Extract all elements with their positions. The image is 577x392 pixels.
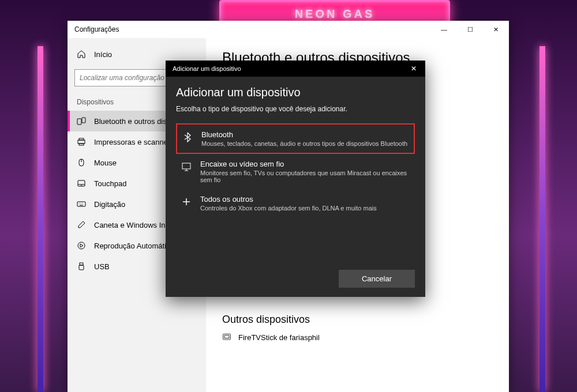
svg-rect-16 bbox=[80, 263, 83, 265]
usb-icon bbox=[77, 262, 86, 271]
dialog-subtitle: Escolha o tipo de dispositivo que você d… bbox=[176, 105, 415, 113]
sidebar-item-label: Impressoras e scanners bbox=[94, 138, 174, 146]
option-title: Encaixe ou vídeo sem fio bbox=[200, 160, 410, 168]
option-wireless-display[interactable]: Encaixe ou vídeo sem fio Monitores sem f… bbox=[176, 154, 415, 189]
monitor-icon bbox=[181, 161, 192, 172]
window-controls: — ☐ ✕ bbox=[431, 21, 509, 38]
cancel-button[interactable]: Cancelar bbox=[339, 270, 415, 288]
option-title: Todos os outros bbox=[200, 195, 410, 203]
neon-pole bbox=[38, 46, 43, 392]
svg-point-15 bbox=[78, 242, 85, 249]
option-text: Encaixe ou vídeo sem fio Monitores sem f… bbox=[200, 160, 410, 183]
svg-rect-20 bbox=[182, 163, 190, 169]
titlebar: Configurações — ☐ ✕ bbox=[68, 21, 509, 38]
dialog-title: Adicionar um dispositivo bbox=[173, 65, 241, 72]
autoplay-icon bbox=[77, 241, 86, 250]
svg-rect-2 bbox=[78, 140, 85, 144]
option-text: Todos os outros Controles do Xbox com ad… bbox=[200, 195, 410, 212]
option-desc: Controles do Xbox com adaptador sem fio,… bbox=[200, 205, 410, 212]
svg-rect-3 bbox=[79, 138, 84, 140]
svg-rect-4 bbox=[79, 144, 84, 145]
devices-icon bbox=[77, 116, 86, 126]
dialog-footer: Cancelar bbox=[166, 263, 425, 297]
svg-rect-18 bbox=[223, 334, 231, 340]
neon-sign-text: NEON GAS bbox=[221, 2, 448, 21]
option-desc: Mouses, teclados, canetas, áudio e outro… bbox=[201, 140, 409, 147]
bluetooth-icon bbox=[182, 131, 193, 143]
svg-point-12 bbox=[81, 203, 81, 204]
add-device-dialog: Adicionar um dispositivo ✕ Adicionar um … bbox=[166, 61, 425, 297]
device-row[interactable]: FireTVStick de fariasphil bbox=[222, 333, 493, 342]
other-devices-section: Outros dispositivos FireTVStick de faria… bbox=[222, 314, 493, 342]
dialog-heading: Adicionar um dispositivo bbox=[176, 86, 415, 99]
plus-icon bbox=[181, 196, 192, 208]
device-icon bbox=[222, 333, 231, 342]
dialog-titlebar: Adicionar um dispositivo ✕ bbox=[166, 61, 425, 77]
svg-point-13 bbox=[83, 203, 83, 204]
home-label: Início bbox=[94, 50, 112, 59]
option-title: Bluetooth bbox=[201, 130, 409, 139]
close-button[interactable]: ✕ bbox=[483, 21, 509, 38]
window-title: Configurações bbox=[74, 25, 119, 33]
home-icon bbox=[77, 50, 86, 59]
touchpad-icon bbox=[77, 179, 86, 188]
sidebar-item-label: Reprodução Automática bbox=[94, 242, 174, 250]
printer-icon bbox=[77, 137, 86, 146]
sidebar-item-label: Touchpad bbox=[94, 179, 126, 188]
option-text: Bluetooth Mouses, teclados, canetas, áud… bbox=[201, 130, 409, 147]
option-everything-else[interactable]: Todos os outros Controles do Xbox com ad… bbox=[176, 189, 415, 217]
svg-rect-0 bbox=[77, 119, 81, 125]
sidebar-item-label: USB bbox=[94, 262, 110, 271]
option-desc: Monitores sem fio, TVs ou computadores q… bbox=[200, 169, 410, 183]
maximize-button[interactable]: ☐ bbox=[457, 21, 483, 38]
option-bluetooth[interactable]: Bluetooth Mouses, teclados, canetas, áud… bbox=[176, 123, 415, 154]
section-heading: Outros dispositivos bbox=[222, 314, 493, 326]
mouse-icon bbox=[77, 158, 86, 167]
neon-pole bbox=[539, 46, 545, 392]
svg-rect-1 bbox=[82, 118, 85, 123]
dialog-close-button[interactable]: ✕ bbox=[402, 61, 425, 77]
minimize-button[interactable]: — bbox=[431, 21, 457, 38]
dialog-content: Adicionar um dispositivo Escolha o tipo … bbox=[166, 77, 425, 263]
svg-rect-19 bbox=[224, 336, 229, 338]
keyboard-icon bbox=[77, 199, 86, 209]
sidebar-item-label: Digitação bbox=[94, 200, 125, 209]
device-name: FireTVStick de fariasphil bbox=[238, 333, 320, 342]
pen-icon bbox=[77, 220, 86, 229]
svg-rect-17 bbox=[79, 265, 84, 270]
svg-point-11 bbox=[79, 203, 80, 204]
sidebar-item-label: Caneta e Windows Ink bbox=[94, 221, 169, 229]
svg-rect-10 bbox=[77, 202, 85, 206]
sidebar-item-label: Mouse bbox=[94, 159, 117, 167]
